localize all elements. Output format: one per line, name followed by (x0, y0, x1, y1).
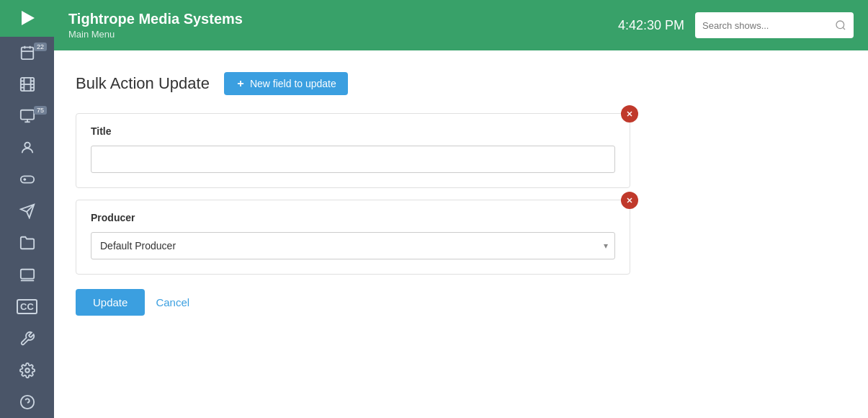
title-field-remove-button[interactable] (621, 105, 638, 123)
search-box[interactable] (695, 12, 854, 38)
sidebar-item-monitor[interactable]: 75 (0, 100, 54, 132)
sidebar-item-cc[interactable]: CC (0, 291, 54, 323)
sidebar-item-help[interactable] (0, 386, 54, 418)
search-input[interactable] (702, 20, 835, 31)
page-header: Bulk Action Update New field to update (76, 72, 846, 95)
header: Tightrope Media Systems Main Menu 4:42:3… (54, 0, 868, 50)
action-buttons: Update Cancel (76, 289, 846, 316)
monitor-badge: 75 (34, 106, 47, 115)
title-field-card: Title New Bulk Show Title (76, 113, 630, 188)
title-field-label: Title (91, 125, 615, 137)
svg-rect-13 (20, 110, 33, 120)
update-button[interactable]: Update (76, 289, 145, 316)
sidebar-item-shows[interactable] (0, 68, 54, 100)
svg-point-16 (24, 143, 30, 148)
main-area: Tightrope Media Systems Main Menu 4:42:3… (54, 0, 868, 418)
app-title: Tightrope Media Systems (68, 11, 243, 27)
close-icon (625, 110, 634, 118)
svg-rect-1 (21, 48, 33, 60)
plus-icon (236, 79, 246, 89)
sidebar-item-settings[interactable] (0, 355, 54, 386)
svg-point-25 (836, 21, 844, 29)
header-right: 4:42:30 PM (618, 12, 854, 38)
producer-field-remove-button[interactable] (621, 192, 638, 209)
producer-select-wrapper: Default Producer Producer 2 Producer 3 ▾ (91, 232, 615, 259)
svg-marker-0 (22, 11, 35, 25)
sidebar-item-display[interactable] (0, 259, 54, 291)
cancel-button[interactable]: Cancel (156, 289, 189, 316)
new-field-label: New field to update (250, 78, 336, 89)
sidebar-item-user[interactable] (0, 132, 54, 164)
sidebar: 22 75 (0, 0, 54, 418)
calendar-badge: 22 (34, 43, 47, 51)
sidebar-item-files[interactable] (0, 227, 54, 259)
title-field-input[interactable]: New Bulk Show Title (91, 146, 615, 173)
close-icon (625, 196, 634, 205)
producer-field-select[interactable]: Default Producer Producer 2 Producer 3 (91, 232, 615, 259)
sidebar-item-tools[interactable] (0, 323, 54, 355)
sidebar-item-calendar[interactable]: 22 (0, 37, 54, 68)
main-menu-label: Main Menu (68, 29, 243, 40)
current-time: 4:42:30 PM (618, 18, 684, 33)
header-left: Tightrope Media Systems Main Menu (68, 11, 243, 40)
logo[interactable] (0, 0, 54, 37)
content-area: Bulk Action Update New field to update T… (54, 50, 868, 418)
sidebar-item-send[interactable] (0, 195, 54, 227)
svg-point-22 (25, 368, 30, 373)
page-title: Bulk Action Update (76, 74, 210, 93)
sidebar-item-games[interactable] (0, 164, 54, 195)
svg-rect-17 (20, 177, 33, 183)
producer-field-card: Producer Default Producer Producer 2 Pro… (76, 200, 630, 275)
svg-line-26 (843, 27, 845, 30)
search-icon (835, 19, 846, 31)
producer-field-label: Producer (91, 212, 615, 223)
new-field-button[interactable]: New field to update (224, 72, 348, 95)
svg-rect-20 (20, 269, 33, 278)
cc-icon: CC (17, 299, 37, 314)
